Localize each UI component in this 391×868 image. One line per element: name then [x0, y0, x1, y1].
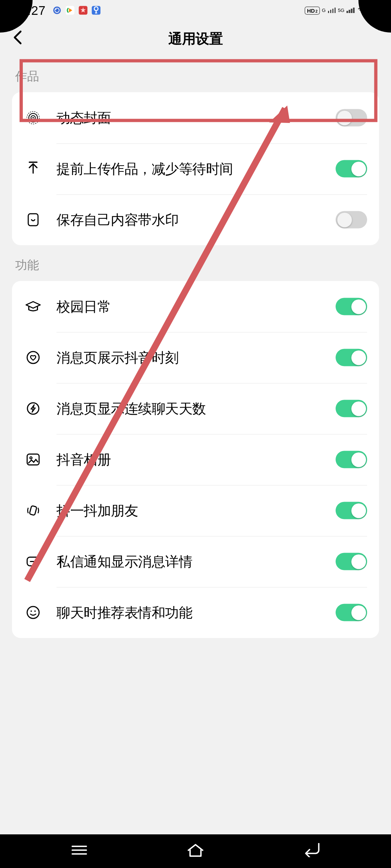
section-label-works: 作品: [0, 56, 391, 92]
nav-recent-button[interactable]: [70, 844, 89, 859]
svg-point-0: [53, 7, 61, 14]
row-watermark[interactable]: 保存自己内容带水印: [24, 194, 367, 245]
system-nav-bar: [0, 834, 391, 868]
signal-bars-1: [328, 8, 336, 13]
smiley-icon: [24, 605, 42, 620]
toggle-watermark[interactable]: [336, 211, 367, 229]
svg-point-11: [27, 352, 39, 363]
row-moments[interactable]: 消息页展示抖音时刻: [24, 332, 367, 383]
page-header: 通用设置: [0, 21, 391, 56]
svg-point-1: [55, 9, 56, 10]
svg-point-14: [30, 457, 32, 459]
toggle-dynamic-cover[interactable]: [336, 109, 367, 127]
row-campus[interactable]: 校园日常: [24, 281, 367, 332]
row-label: 消息页显示连续聊天天数: [42, 399, 336, 418]
app-icon-1: [52, 5, 62, 15]
card-works: 动态封面 提前上传作品，减少等待时间 保存自己内容带水印: [12, 92, 379, 245]
toggle-campus[interactable]: [336, 298, 367, 315]
svg-point-9: [33, 117, 34, 119]
row-preupload[interactable]: 提前上传作品，减少等待时间: [24, 143, 367, 194]
hd-badge: HD2: [305, 6, 320, 14]
toggle-album[interactable]: [336, 451, 367, 468]
status-bar: 10:27 HD2 G 5G 79: [0, 0, 391, 21]
back-button[interactable]: [12, 29, 24, 48]
signal-bars-2: [346, 8, 354, 13]
row-label: 私信通知显示消息详情: [42, 552, 336, 571]
nav-home-button[interactable]: [186, 843, 205, 860]
row-label: 抖音相册: [42, 450, 336, 469]
row-label: 动态封面: [42, 108, 336, 127]
row-label: 校园日常: [42, 297, 336, 316]
row-dm-detail[interactable]: 私信通知显示消息详情: [24, 536, 367, 587]
app-icon-2: [65, 5, 75, 15]
app-icon-4: [91, 5, 101, 15]
row-label: 保存自己内容带水印: [42, 210, 336, 229]
toggle-shake[interactable]: [336, 502, 367, 519]
svg-rect-10: [28, 214, 38, 226]
toggle-moments[interactable]: [336, 349, 367, 366]
row-label: 抖一抖加朋友: [42, 501, 336, 520]
graduation-cap-icon: [24, 300, 42, 313]
svg-rect-15: [29, 506, 37, 515]
network-g-label: G: [322, 8, 326, 13]
row-shake[interactable]: 抖一抖加朋友: [24, 485, 367, 536]
row-streak[interactable]: 消息页显示连续聊天天数: [24, 383, 367, 434]
picture-icon: [24, 453, 42, 466]
svg-point-17: [27, 607, 39, 618]
toggle-dm-detail[interactable]: [336, 553, 367, 570]
row-label: 提前上传作品，减少等待时间: [42, 159, 336, 178]
toggle-emoji-rec[interactable]: [336, 604, 367, 621]
shake-icon: [24, 503, 42, 518]
row-emoji-rec[interactable]: 聊天时推荐表情和功能: [24, 587, 367, 638]
svg-point-12: [28, 403, 39, 414]
heart-circle-icon: [24, 350, 42, 365]
message-icon: [24, 556, 42, 567]
toggle-preupload[interactable]: [336, 160, 367, 178]
app-icon-3: [78, 5, 88, 15]
svg-point-18: [30, 610, 32, 612]
row-album[interactable]: 抖音相册: [24, 434, 367, 485]
network-5g-label: 5G: [338, 8, 344, 13]
toggle-streak[interactable]: [336, 400, 367, 417]
target-icon: [24, 110, 42, 125]
svg-point-19: [34, 610, 36, 612]
row-dynamic-cover[interactable]: 动态封面: [24, 92, 367, 143]
nav-back-button[interactable]: [302, 843, 321, 859]
row-label: 消息页展示抖音时刻: [42, 348, 336, 367]
row-label: 聊天时推荐表情和功能: [42, 603, 336, 622]
watermark-icon: [24, 212, 42, 227]
upload-icon: [24, 161, 42, 176]
section-label-features: 功能: [0, 245, 391, 281]
page-title: 通用设置: [168, 30, 223, 48]
lightning-icon: [24, 401, 42, 416]
card-features: 校园日常 消息页展示抖音时刻 消息页显示连续聊天天数 抖音相册 抖一抖加朋友 私: [12, 281, 379, 638]
